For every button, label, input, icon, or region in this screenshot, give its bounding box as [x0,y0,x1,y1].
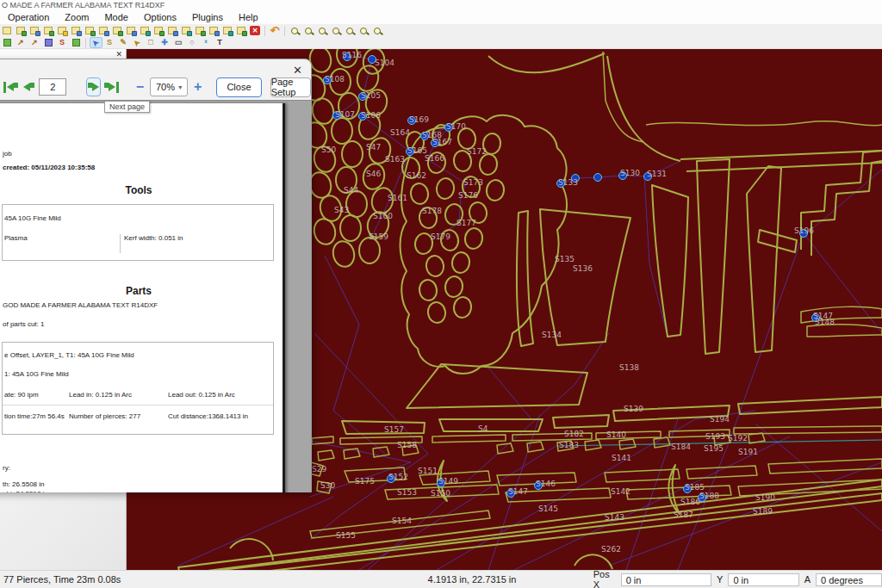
zoom-window-icon[interactable] [344,25,357,36]
created-line: created: 05/11/2023 10:35:58 [3,164,95,171]
part-label: S106 [361,111,381,120]
add-part-icon[interactable] [42,25,55,36]
part-label: S189 [753,507,773,516]
duplicate-part-icon[interactable] [56,25,69,36]
part-label: S172 [467,147,487,156]
zoom-out-button[interactable]: − [134,77,146,96]
select-cursor-icon[interactable]: ➤ [90,37,102,48]
array-part-icon[interactable] [84,25,96,36]
part-label: S170 [446,122,466,131]
lock-part-icon[interactable] [194,25,207,36]
text-tool-icon[interactable]: T [214,37,227,48]
select-contour-icon[interactable]: ✎ [117,37,130,48]
zoom-selection-icon[interactable] [357,25,370,36]
part-label: S262 [601,545,621,554]
previous-page-button[interactable] [22,77,35,96]
zoom-extents-icon[interactable] [371,25,384,36]
a-field[interactable]: 0 degrees [816,573,882,586]
app-window: O MADE A FARMER ALABAMA TEXT R14DXF Oper… [0,0,882,588]
menu-zoom[interactable]: Zoom [57,11,96,24]
simulate-icon[interactable]: S [56,37,69,48]
delete-nest-icon[interactable]: ✕ [249,25,262,36]
unlock-part-icon[interactable] [208,25,220,36]
part-label: S143 [605,513,624,522]
move-part-icon[interactable] [70,25,83,36]
measure-angle-icon[interactable]: ↗ [28,37,41,48]
select-region-icon[interactable]: □ [145,37,158,48]
part-label: S105 [361,91,381,100]
window-title: O MADE A FARMER ALABAMA TEXT R14DXF [0,0,882,11]
parts-heading: Parts [3,285,275,297]
zoom-out-icon[interactable] [302,25,315,36]
arrow-left-icon [23,83,34,91]
select-pierce-icon[interactable]: ➤ [131,37,144,48]
tool-type: Plasma [4,234,28,242]
op-line2: 1: 45A 10G Fine Mild [4,370,69,378]
zoom-in-icon[interactable] [289,25,301,36]
operations-box: e Offset, LAYER_1, T1: 45A 10G Fine Mild… [2,342,274,435]
new-job-icon[interactable] [1,37,14,48]
menu-operation[interactable]: Operation [0,11,57,24]
zoom-in-button[interactable]: + [191,77,204,96]
close-button[interactable]: Close [216,77,261,97]
part-label: S187 [674,511,693,519]
part-label: S195 [704,444,724,453]
document-page: job created: 05/11/2023 10:35:58 Tools 4… [0,103,285,492]
auto-nest-icon[interactable] [125,25,138,36]
menu-options[interactable]: Options [136,11,184,24]
part-label: S162 [407,171,426,180]
fill-sheet-icon[interactable] [111,25,124,36]
next-page-button[interactable] [86,77,101,96]
toolbar-separator [284,26,285,36]
page-setup-button[interactable]: Page Setup [270,77,311,97]
page-number-input[interactable] [39,78,66,96]
post-process-icon[interactable] [70,37,83,48]
part-label: S158 [397,441,417,449]
part-label: S167 [432,138,452,146]
replace-part-icon[interactable] [97,25,110,36]
undo-icon[interactable]: ↶ [269,25,282,36]
partial-icon[interactable] [1,25,14,36]
move-origin-icon[interactable]: ✚ [158,37,171,48]
y-field[interactable]: 0 in [728,573,798,586]
menu-plugins[interactable]: Plugins [184,11,231,24]
rotate-part-icon[interactable] [166,25,179,36]
select-parts-icon[interactable]: S [103,37,116,48]
last-page-button[interactable] [104,77,119,96]
measure-icon[interactable]: ↗ [15,37,28,48]
tool-name: 45A 10G Fine Mild [4,214,61,222]
add-sheet-icon[interactable] [235,25,248,36]
toolbar-edit: ↗↗S➤S✎➤□✚▭○ͯT [0,37,882,49]
arrow-left-icon [7,83,18,91]
part-label: S184 [671,443,691,451]
lasso-icon[interactable]: ○ [186,37,199,48]
toolbar-separator [264,26,265,36]
part-label: S141 [612,454,631,462]
save-icon[interactable] [42,37,55,48]
pierce-point[interactable] [594,174,602,182]
part-label: S107 [335,110,355,119]
part-label: S142 [611,487,630,496]
nest-part-icon[interactable] [15,25,28,36]
preview-scroll-area[interactable]: job created: 05/11/2023 10:35:58 Tools 4… [0,100,311,492]
summary-label: ry: [3,464,10,472]
zoom-part-icon[interactable] [316,25,329,36]
part-label: S164 [390,128,410,137]
zoom-sheet-icon[interactable] [330,25,343,36]
pan-view-icon[interactable]: ▭ [172,37,185,48]
copy-part-icon[interactable] [28,25,41,36]
first-page-button[interactable] [3,77,18,96]
part-label: S50 [321,145,336,154]
menu-mode[interactable]: Mode [96,11,136,24]
zoom-level-select[interactable]: 70% ▾ [150,77,188,96]
group-parts-icon[interactable] [139,25,152,36]
info-icon[interactable]: ͯ [200,37,213,48]
part-label: S182 [564,430,584,438]
align-parts-icon[interactable] [152,25,165,36]
part-order-icon[interactable] [221,25,234,36]
arrow-right-icon [104,83,115,91]
menu-help[interactable]: Help [231,11,266,24]
pos-x-field[interactable]: 0 in [621,573,711,586]
mirror-part-icon[interactable] [180,25,193,36]
part-label: S46 [366,170,381,178]
